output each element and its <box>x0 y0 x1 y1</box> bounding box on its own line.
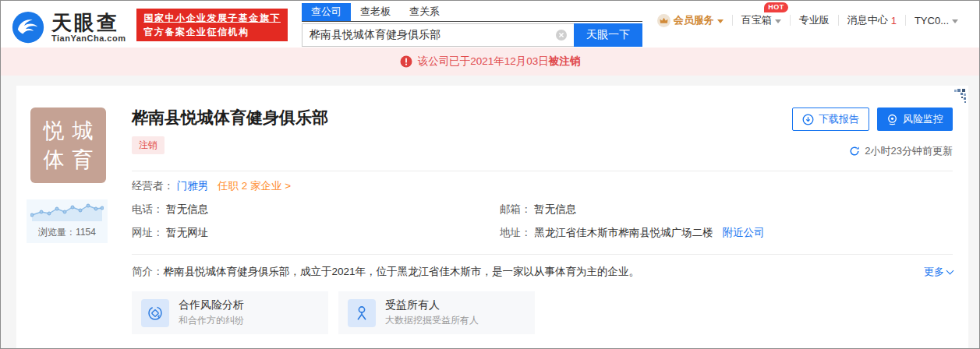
cert-badge-line2: 官方备案企业征信机构 <box>143 25 281 39</box>
address-row: 地址： 黑龙江省佳木斯市桦南县悦城广场二楼 附近公司 <box>500 218 953 241</box>
last-updated: 2小时23分钟前更新 <box>792 144 953 158</box>
chevron-down-icon <box>952 19 958 23</box>
operator-companies-link[interactable]: 任职 2 家企业 > <box>218 180 291 192</box>
clear-search-icon[interactable] <box>555 29 568 41</box>
logo-text: 天眼查 TianYanCha.com <box>51 12 126 43</box>
account-name: TYC0... <box>915 15 949 26</box>
crown-icon <box>657 14 670 27</box>
nav-vip-label: 会员服务 <box>674 13 714 27</box>
company-right-column: 桦南县悦城体育健身俱乐部 注销 下载报告 <box>132 108 953 349</box>
status-badge: 注销 <box>132 136 165 154</box>
company-avatar: 悦城 体育 <box>30 108 106 183</box>
avatar-line2: 体育 <box>36 146 101 174</box>
tab-relation[interactable]: 查关系 <box>400 3 449 21</box>
search-block: 查公司 查老板 查关系 天眼一下 <box>302 1 642 48</box>
avatar-line1: 悦城 <box>36 117 101 146</box>
nav-toolbox-label: 百宝箱 <box>741 13 772 27</box>
nav-pro-label: 专业版 <box>799 13 830 27</box>
phone-row: 电话： 暂无信息 <box>132 195 500 218</box>
search-input[interactable] <box>302 23 574 47</box>
nav-vip-services[interactable]: 会员服务 <box>649 13 732 27</box>
updated-text: 2小时23分钟前更新 <box>865 144 953 158</box>
handshake-risk-icon <box>141 299 169 327</box>
address-label: 地址： <box>500 227 532 238</box>
hot-badge: HOT <box>764 2 788 12</box>
cooperation-risk-card[interactable]: 合作风险分析 和合作方的纠纷 <box>132 291 328 334</box>
nav-account[interactable]: TYC0... <box>906 15 967 26</box>
alert-text: 该公司已于2021年12月03日被注销 <box>418 55 581 69</box>
operator-label: 经营者： <box>132 180 174 192</box>
chevron-down-icon <box>946 267 954 275</box>
tab-company[interactable]: 查公司 <box>302 3 351 21</box>
company-card: 悦城 体育 浏览量：1154 <box>16 86 968 349</box>
nav-toolbox[interactable]: HOT 百宝箱 <box>733 13 790 27</box>
header-nav: 会员服务 HOT 百宝箱 专业版 消息中心1 TYC0... <box>649 13 967 27</box>
card-title: 受益所有人 <box>385 298 479 312</box>
intro-text: 桦南县悦城体育健身俱乐部，成立于2021年，位于黑龙江省佳木斯市，是一家以从事体… <box>164 265 640 279</box>
email-label: 邮箱： <box>500 203 532 215</box>
website-label: 网址： <box>132 227 164 238</box>
nav-pro-version[interactable]: 专业版 <box>791 13 838 27</box>
logo-title: 天眼查 <box>51 12 126 33</box>
beneficial-owner-card[interactable]: 受益所有人 大数据挖掘受益所有人 <box>338 291 535 334</box>
intro-row: 简介： 桦南县悦城体育健身俱乐部，成立于2021年，位于黑龙江省佳木斯市，是一家… <box>132 255 953 290</box>
company-name: 桦南县悦城体育健身俱乐部 <box>132 108 328 128</box>
search-tabs: 查公司 查老板 查关系 <box>302 3 642 22</box>
qr-code-corner-icon[interactable] <box>942 87 967 112</box>
feature-cards-row: 合作风险分析 和合作方的纠纷 受益所有人 <box>132 291 953 334</box>
company-actions: 下载报告 风险监控 <box>792 108 953 158</box>
operator-row: 经营者： 门雅男 任职 2 家企业 > <box>132 171 953 195</box>
cert-badge: 国家中小企业发展子基金旗下 官方备案企业征信机构 <box>136 9 288 41</box>
website-row: 网址： 暂无网址 <box>132 218 500 241</box>
logo[interactable]: 天眼查 TianYanCha.com <box>12 7 126 48</box>
search-row: 天眼一下 <box>302 23 642 47</box>
tianyancha-page: 天眼查 TianYanCha.com 国家中小企业发展子基金旗下 官方备案企业征… <box>0 0 980 349</box>
intro-label: 简介： <box>132 265 164 279</box>
alert-icon <box>400 55 412 68</box>
nav-message-center[interactable]: 消息中心1 <box>839 13 905 27</box>
main-area: 悦城 体育 浏览量：1154 <box>1 76 979 349</box>
logo-domain: TianYanCha.com <box>51 33 126 43</box>
email-value: 暂无信息 <box>534 203 576 215</box>
deregistered-alert-banner: 该公司已于2021年12月03日被注销 <box>1 48 979 76</box>
more-link[interactable]: 更多 <box>908 265 953 279</box>
cert-badge-line1: 国家中小企业发展子基金旗下 <box>143 11 281 25</box>
top-header: 天眼查 TianYanCha.com 国家中小企业发展子基金旗下 官方备案企业征… <box>1 1 979 48</box>
nav-messages-label: 消息中心 <box>847 13 888 27</box>
card-text: 合作风险分析 和合作方的纠纷 <box>179 298 244 327</box>
chevron-down-icon <box>775 19 781 23</box>
nearby-companies-link[interactable]: 附近公司 <box>723 227 765 238</box>
message-count-badge: 1 <box>891 15 897 26</box>
operator-name-link[interactable]: 门雅男 <box>177 180 209 192</box>
chevron-down-icon <box>717 19 724 23</box>
download-report-button[interactable]: 下载报告 <box>792 108 869 131</box>
card-title: 合作风险分析 <box>179 298 244 312</box>
website-value: 暂无网址 <box>166 227 208 238</box>
views-sparkline-chart <box>30 202 104 222</box>
tianyancha-logo-icon <box>12 11 44 44</box>
company-title-block: 桦南县悦城体育健身俱乐部 注销 <box>132 108 328 154</box>
email-row: 邮箱： 暂无信息 <box>500 195 953 218</box>
card-subtitle: 和合作方的纠纷 <box>179 314 244 327</box>
company-info: 经营者： 门雅男 任职 2 家企业 > 电话： 暂无信息 邮箱： 暂无信息 <box>132 171 953 241</box>
beneficiary-person-icon <box>348 299 376 327</box>
card-subtitle: 大数据挖掘受益所有人 <box>385 314 479 327</box>
company-left-column: 悦城 体育 浏览量：1154 <box>30 108 106 349</box>
address-value: 黑龙江省佳木斯市桦南县悦城广场二楼 <box>534 227 713 238</box>
refresh-icon[interactable] <box>849 146 860 157</box>
download-icon <box>802 114 814 125</box>
tab-boss[interactable]: 查老板 <box>351 3 400 21</box>
views-widget: 浏览量：1154 <box>27 199 108 243</box>
phone-label: 电话： <box>132 203 164 215</box>
phone-value: 暂无信息 <box>166 203 208 215</box>
card-text: 受益所有人 大数据挖掘受益所有人 <box>385 298 479 327</box>
views-count: 浏览量：1154 <box>30 226 104 239</box>
monitor-camera-icon <box>886 114 898 125</box>
search-button[interactable]: 天眼一下 <box>574 23 642 47</box>
